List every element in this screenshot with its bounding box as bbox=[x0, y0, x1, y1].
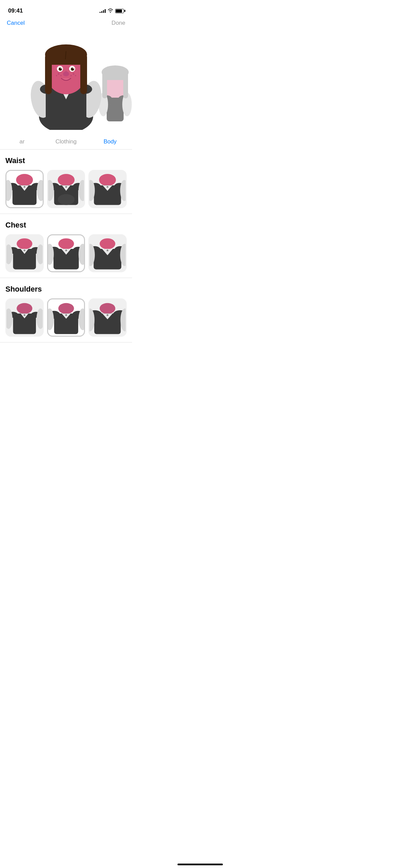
chest-option-1[interactable] bbox=[5, 234, 44, 273]
svg-point-101 bbox=[6, 309, 13, 329]
svg-point-106 bbox=[58, 303, 74, 314]
svg-point-102 bbox=[37, 309, 43, 329]
svg-point-105 bbox=[24, 314, 25, 316]
waist-option-3[interactable] bbox=[88, 170, 127, 208]
nav-bar: Cancel Done bbox=[0, 17, 132, 30]
svg-point-88 bbox=[100, 238, 115, 249]
svg-point-78 bbox=[24, 249, 25, 251]
waist-option-1[interactable] bbox=[5, 170, 44, 208]
shoulders-options bbox=[5, 298, 127, 337]
shoulders-title: Shoulders bbox=[5, 285, 127, 294]
cancel-button[interactable]: Cancel bbox=[7, 20, 25, 26]
chest-option-3[interactable] bbox=[88, 234, 127, 273]
waist-section: Waist bbox=[0, 150, 132, 214]
side-avatar bbox=[98, 57, 132, 125]
svg-point-123 bbox=[107, 314, 108, 316]
shoulders-option-1[interactable] bbox=[5, 298, 44, 337]
chest-option-2[interactable] bbox=[47, 234, 85, 273]
svg-point-26 bbox=[63, 72, 69, 76]
main-avatar bbox=[22, 32, 110, 130]
shoulders-section: Shoulders bbox=[0, 278, 132, 342]
svg-point-60 bbox=[58, 194, 75, 205]
svg-point-24 bbox=[61, 68, 62, 69]
svg-point-96 bbox=[107, 249, 108, 251]
waist-title: Waist bbox=[5, 156, 127, 165]
svg-point-69 bbox=[107, 186, 108, 188]
shoulders-option-3[interactable] bbox=[88, 298, 127, 337]
svg-point-51 bbox=[58, 174, 75, 186]
svg-point-70 bbox=[17, 238, 32, 249]
chest-title: Chest bbox=[5, 221, 127, 230]
svg-point-79 bbox=[58, 238, 74, 249]
done-button[interactable]: Done bbox=[111, 20, 125, 26]
svg-point-50 bbox=[24, 186, 25, 188]
svg-point-114 bbox=[65, 314, 67, 316]
signal-icon bbox=[100, 9, 106, 13]
svg-point-16 bbox=[75, 75, 76, 76]
shoulders-option-2[interactable] bbox=[47, 298, 85, 337]
avatar-area bbox=[0, 30, 132, 132]
waist-option-2[interactable] bbox=[47, 170, 85, 208]
tab-bar: ar Clothing Body bbox=[0, 132, 132, 150]
svg-point-61 bbox=[99, 174, 116, 186]
svg-point-12 bbox=[60, 75, 62, 76]
svg-point-14 bbox=[73, 73, 75, 75]
status-time: 09:41 bbox=[8, 7, 23, 14]
svg-point-13 bbox=[56, 75, 57, 76]
wifi-icon bbox=[108, 8, 113, 14]
svg-rect-41 bbox=[104, 70, 126, 80]
battery-icon bbox=[115, 9, 124, 13]
svg-point-25 bbox=[73, 68, 74, 69]
svg-point-87 bbox=[65, 249, 67, 251]
status-icons bbox=[100, 8, 124, 14]
svg-point-11 bbox=[58, 73, 60, 75]
svg-point-15 bbox=[70, 75, 72, 76]
status-bar: 09:41 bbox=[0, 0, 132, 17]
svg-point-115 bbox=[100, 303, 115, 314]
tab-body[interactable]: Body bbox=[88, 137, 132, 146]
tab-ar[interactable]: ar bbox=[0, 137, 44, 146]
tab-clothing[interactable]: Clothing bbox=[44, 137, 88, 146]
svg-point-42 bbox=[16, 174, 33, 186]
svg-point-59 bbox=[65, 186, 67, 188]
waist-options bbox=[5, 170, 127, 208]
chest-options bbox=[5, 234, 127, 273]
svg-point-97 bbox=[17, 303, 32, 314]
chest-section: Chest bbox=[0, 214, 132, 278]
